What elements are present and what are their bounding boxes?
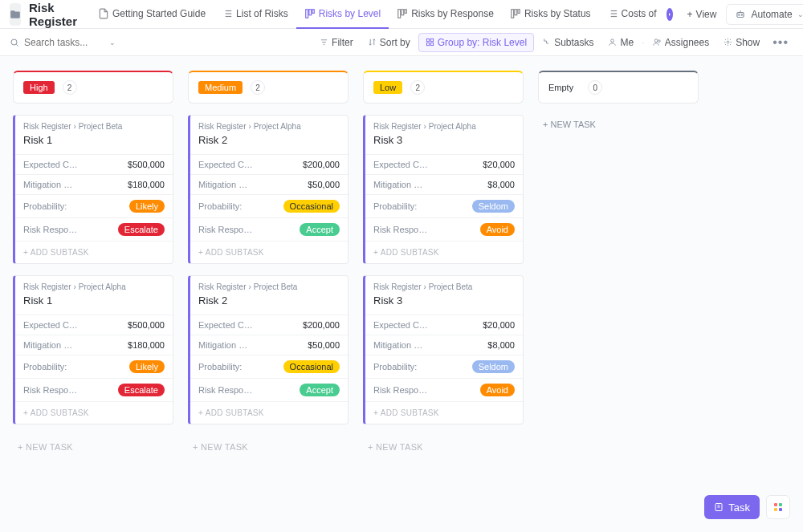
automate-button[interactable]: Automate ⌄ [726,4,803,25]
chevron-down-icon[interactable]: ⌄ [109,39,116,47]
breadcrumb: Risk Register›Project Alpha [373,122,515,131]
view-icon [607,8,618,19]
response-row: Risk Respo…Accept [190,217,348,241]
mitigation-row: Mitigation …$50,000 [190,174,348,194]
svg-rect-14 [518,9,520,13]
svg-rect-12 [512,9,514,18]
new-task-button[interactable]: + NEW TASK [538,115,699,134]
mitigation-value: $180,000 [128,180,165,189]
view-icon [222,8,233,19]
new-task-button[interactable]: + NEW TASK [13,436,173,458]
risk-card[interactable]: Risk Register›Project AlphaRisk 3Expecte… [363,115,524,264]
response-row: Risk Respo…Escalate [15,378,173,401]
card-title: Risk 3 [373,294,515,307]
probability-row: Probability:Likely [15,194,173,217]
assignees-button[interactable]: Assignees [646,34,715,51]
column-count: 2 [410,80,425,95]
mitigation-value: $8,000 [487,180,515,189]
subtask-icon [542,38,551,47]
new-task-fab[interactable]: Task [704,495,760,519]
me-button[interactable]: Me [601,34,640,51]
expected-cost-row: Expected C…$20,000 [365,154,523,174]
response-tag: Escalate [118,384,165,396]
svg-rect-9 [398,9,401,18]
response-row: Risk Respo…Accept [190,378,348,401]
new-task-button[interactable]: + NEW TASK [363,436,524,458]
add-subtask-button[interactable]: + ADD SUBTASK [365,401,523,424]
search-input[interactable] [24,37,104,48]
response-tag: Avoid [480,223,515,236]
more-options-button[interactable]: ••• [768,32,793,53]
group-by-button[interactable]: Group by: Risk Level [418,33,534,52]
filter-button[interactable]: Filter [313,34,360,51]
column-empty: Empty0+ NEW TASK [538,71,699,134]
tab-costs-of[interactable]: Costs of [599,0,665,29]
expected-cost-value: $20,000 [483,320,515,330]
view-icon [510,8,521,19]
person-icon [608,38,617,47]
svg-rect-7 [309,9,312,14]
mitigation-value: $50,000 [308,340,340,350]
plus-icon: + [687,9,693,20]
tab-risks-by-response[interactable]: Risks by Response [389,0,502,29]
toolbar: ⌄ Filter Sort by Group by: Risk Level Su… [0,29,803,56]
svg-line-31 [16,44,18,46]
more-views-icon[interactable] [666,8,673,21]
search-wrap: ⌄ [10,37,116,48]
sort-button[interactable]: Sort by [361,34,417,51]
show-button[interactable]: Show [717,34,766,51]
add-subtask-button[interactable]: + ADD SUBTASK [190,241,348,263]
column-header[interactable]: High2 [13,71,173,104]
response-row: Risk Respo…Avoid [365,217,523,241]
risk-card[interactable]: Risk Register›Project BetaRisk 1Expected… [13,115,173,264]
probability-row: Probability:Seldom [365,355,523,378]
risk-card[interactable]: Risk Register›Project AlphaRisk 2Expecte… [188,115,349,264]
robot-icon [735,9,746,20]
column-header[interactable]: Empty0 [538,71,699,104]
svg-point-22 [739,14,740,15]
mitigation-value: $180,000 [128,340,165,350]
response-tag: Accept [300,384,340,396]
subtasks-button[interactable]: Subtasks [536,34,600,51]
probability-tag: Likely [129,360,165,373]
apps-fab[interactable] [766,495,790,519]
column-label: Low [373,81,402,94]
svg-rect-36 [430,39,433,41]
tab-list-of-risks[interactable]: List of Risks [214,0,296,29]
new-task-button[interactable]: + NEW TASK [188,436,349,458]
board-area: High2Risk Register›Project BetaRisk 1Exp… [0,56,803,532]
tab-risks-by-status[interactable]: Risks by Status [502,0,599,29]
risk-card[interactable]: Risk Register›Project BetaRisk 2Expected… [188,275,349,424]
probability-row: Probability:Occasional [190,355,348,378]
svg-rect-38 [430,43,433,45]
add-subtask-button[interactable]: + ADD SUBTASK [365,241,523,263]
add-view-button[interactable]: + View [681,4,724,25]
column-header[interactable]: Low2 [363,71,524,104]
tab-getting-started-guide[interactable]: Getting Started Guide [90,0,214,29]
svg-point-23 [742,14,743,15]
column-count: 2 [63,80,77,95]
svg-rect-13 [515,9,517,14]
column-count: 2 [251,80,265,95]
breadcrumb: Risk Register›Project Beta [373,282,515,291]
column-low: Low2Risk Register›Project AlphaRisk 3Exp… [363,71,524,458]
mitigation-row: Mitigation …$8,000 [365,174,523,194]
card-title: Risk 1 [23,294,165,307]
mitigation-row: Mitigation …$8,000 [365,335,523,355]
add-subtask-button[interactable]: + ADD SUBTASK [15,401,173,424]
svg-rect-6 [306,9,308,18]
column-label: High [23,81,55,94]
svg-rect-35 [426,39,429,41]
add-subtask-button[interactable]: + ADD SUBTASK [15,241,173,263]
expected-cost-row: Expected C…$500,000 [15,315,173,335]
probability-tag: Occasional [283,360,340,373]
response-row: Risk Respo…Avoid [365,378,523,401]
risk-card[interactable]: Risk Register›Project AlphaRisk 1Expecte… [13,275,173,424]
svg-rect-11 [405,9,406,13]
column-header[interactable]: Medium2 [188,71,349,104]
filter-icon [320,38,328,47]
add-subtask-button[interactable]: + ADD SUBTASK [190,401,348,424]
risk-card[interactable]: Risk Register›Project BetaRisk 3Expected… [363,275,524,424]
tab-risks-by-level[interactable]: Risks by Level [296,0,389,29]
apps-icon [774,503,782,511]
